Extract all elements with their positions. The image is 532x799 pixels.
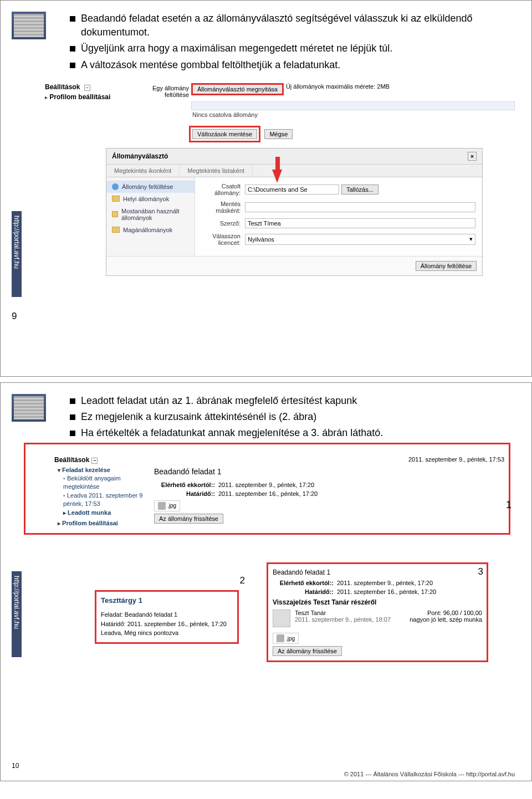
sidebar-item-upload[interactable]: Állomány feltöltése: [106, 181, 195, 193]
file-attachment[interactable]: .jpg: [154, 500, 180, 511]
submitted-work-link[interactable]: Leadott munka: [68, 509, 111, 516]
saveas-label: Mentés másként:: [202, 201, 241, 214]
available-from-label: Elérhető ekkortól::: [273, 580, 334, 586]
due-value: 2011. szeptember 16., péntek, 17:20: [218, 490, 318, 497]
task-manage-link[interactable]: Feladat kezelése: [62, 467, 110, 473]
url-sidebar-tab: http://portal.avf.hu: [12, 571, 22, 657]
available-from-value: 2011. szeptember 9., péntek, 17:20: [337, 580, 433, 586]
sidebar-item-local[interactable]: Helyi állományok: [106, 193, 195, 205]
slide-footer: © 2011 --- Általános Vállalkozási Főisko…: [344, 771, 515, 777]
profile-settings-link[interactable]: Profilom beállításai: [49, 93, 110, 101]
submitted-time: Leadva 2011. szeptember 9 péntek, 17:53: [63, 492, 142, 507]
browse-button[interactable]: Tallózás...: [341, 185, 378, 194]
sent-materials-link[interactable]: Beküldött anyagaim megtekintése: [63, 475, 121, 490]
bullet-icon: [70, 16, 75, 22]
attach-label: Csatolt állomány:: [202, 183, 241, 196]
slide-10: Leadott feladat után az 1. ábrának megfe…: [0, 382, 532, 781]
bullet-text: Ha értékelték a feladatunkat annak megje…: [81, 426, 383, 440]
licence-label: Válasszon licencet:: [202, 233, 241, 246]
figure-1-panel: Beállítások− Feladat kezelése ▪ Beküldöt…: [24, 443, 510, 535]
sidebar-item-label: Magánállományok: [123, 227, 172, 233]
folder-icon: [112, 227, 120, 233]
max-size-label: Új állományok maximális mérete: 2MB: [286, 83, 390, 90]
dialog-title: Állományválasztó: [112, 152, 168, 160]
bullet-icon: [70, 63, 75, 68]
submission-timestamp: 2011. szeptember 9., péntek, 17:53: [154, 456, 508, 463]
saveas-input[interactable]: [245, 202, 475, 212]
tab-icon-view[interactable]: Megtekintés ikonként: [106, 165, 180, 177]
profile-settings-link[interactable]: Profilom beállításai: [62, 520, 118, 526]
bullet-icon: [70, 46, 75, 52]
file-ext: .jpg: [286, 636, 295, 642]
due-label: Határidő::: [273, 588, 334, 595]
task-line: Feladat: Beadandó feladat 1: [101, 610, 233, 619]
feedback-comment: nagyon jó lett, szép munka: [410, 616, 482, 623]
due-label: Határidő::: [154, 490, 215, 497]
feedback-time: 2011. szeptember 9., péntek, 18:07: [295, 616, 405, 623]
slide-logo-icon: [12, 12, 46, 39]
figure-1-tag: 1: [506, 499, 511, 511]
slide10-bullets: Leadott feladat után az 1. ábrának megfe…: [70, 394, 515, 441]
chevron-right-icon: [45, 94, 48, 100]
figure-3-tag: 3: [478, 566, 483, 577]
sidebar-item-label: Állomány feltöltése: [122, 183, 173, 190]
chevron-down-icon: [58, 467, 60, 473]
licence-select[interactable]: Nyilvános ▾: [245, 234, 475, 245]
status-line: Leadva, Még nincs pontozva: [101, 628, 233, 638]
upload-file-button[interactable]: Állomány feltöltése: [416, 261, 477, 271]
refresh-file-button[interactable]: Az állomány frissítése: [154, 514, 223, 524]
slide-9: Beadandó feladat esetén a az állományvál…: [0, 0, 532, 377]
bullet-text: Ügyeljünk arra hogy a maximálisan megeng…: [81, 42, 392, 55]
file-ext: .jpg: [167, 503, 176, 509]
slide-number: 9: [12, 311, 17, 322]
upload-label: Egy állomány feltöltése: [134, 83, 189, 98]
cancel-button[interactable]: Mégse: [264, 129, 293, 139]
bullet-icon: [70, 431, 75, 436]
bullet-text: Ez megjelenik a kurzusaink áttekintéséné…: [81, 410, 316, 424]
collapse-toggle[interactable]: −: [91, 458, 98, 464]
due-line: Határidő: 2011. szeptember 16., péntek, …: [101, 619, 233, 629]
attach-input[interactable]: [245, 185, 339, 194]
course-link[interactable]: Teszttárgy 1: [101, 596, 233, 605]
settings-heading: Beállítások: [45, 83, 80, 91]
close-icon[interactable]: ×: [468, 152, 477, 161]
chevron-right-icon: [58, 520, 60, 526]
author-label: Szerző:: [202, 220, 241, 227]
bullet-text: Beadandó feladat esetén a az állományvál…: [81, 12, 515, 39]
file-chooser-dialog: Állományválasztó × Megtekintés ikonként …: [106, 148, 483, 276]
score-value: Pont: 96,00 / 100,00: [410, 610, 482, 616]
sidebar-item-private[interactable]: Magánállományok: [106, 224, 195, 236]
author-input[interactable]: [245, 218, 475, 228]
folder-icon: [112, 196, 120, 202]
slide-logo-icon: [12, 394, 46, 422]
available-from-value: 2011. szeptember 9., péntek, 17:20: [218, 482, 314, 488]
tab-list-view[interactable]: Megtekintés listaként: [180, 165, 253, 177]
bullet-text: Leadott feladat után az 1. ábrának megfe…: [81, 394, 357, 408]
file-attachment[interactable]: .jpg: [273, 633, 299, 644]
url-sidebar-tab: http://portal.avf.hu: [12, 211, 22, 297]
open-file-chooser-button[interactable]: Állományválasztó megnyitása: [191, 83, 284, 95]
bullet-text: A változások mentése gombbal feltölthetj…: [81, 58, 340, 72]
licence-value: Nyilvános: [248, 236, 274, 243]
settings-area: Beállítások − Profilom beállításai Egy á…: [45, 83, 515, 142]
chevron-right-icon: [63, 510, 66, 516]
no-attachment-text: Nincs csatolva állomány: [192, 111, 515, 118]
avatar-icon: [273, 610, 290, 627]
bullet-icon: [70, 414, 75, 420]
save-changes-button[interactable]: Változások mentése: [192, 129, 257, 139]
sidebar-item-recent[interactable]: Mostanában használt állományok: [106, 205, 195, 224]
file-icon: [277, 634, 284, 642]
arrow-down-icon: [272, 170, 282, 183]
feedback-heading: Visszajelzés Teszt Tanár részéről: [273, 598, 482, 606]
refresh-file-button[interactable]: Az állomány frissítése: [273, 646, 342, 656]
figure-3-panel: 3 Beadandó feladat 1 Elérhető ekkortól::…: [267, 562, 488, 662]
bullet-icon: [70, 398, 75, 404]
sidebar-item-label: Mostanában használt állományok: [121, 208, 189, 221]
collapse-toggle[interactable]: −: [84, 85, 90, 91]
chevron-down-icon: ▾: [469, 235, 473, 243]
settings-heading: Beállítások: [54, 456, 89, 464]
available-from-label: Elérhető ekkortól::: [154, 482, 215, 488]
teacher-name: Teszt Tanár: [295, 610, 405, 616]
assignment-title: Beadandó feladat 1: [273, 568, 482, 576]
figure-2-panel: 2 Teszttárgy 1 Feladat: Beadandó feladat…: [95, 590, 239, 644]
